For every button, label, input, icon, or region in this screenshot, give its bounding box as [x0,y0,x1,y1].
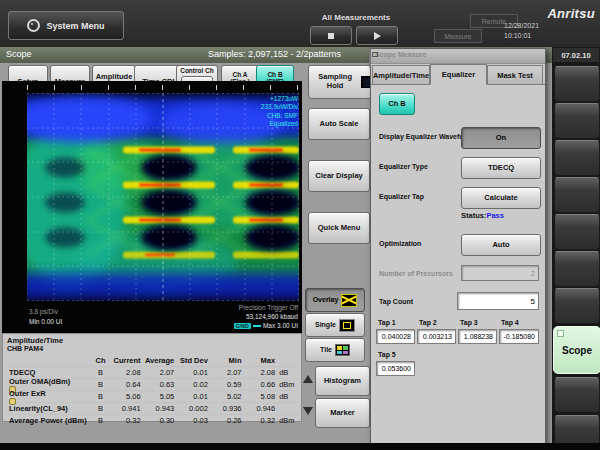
table-row-average-power: Average Power (dBm) B 0.32 0.30 0.03 0.2… [5,414,299,426]
eye-anno-scale: 233.9uW/Div [261,103,298,111]
table-subtitle: CHB PAM4 [7,345,43,352]
table-row-linearity: Linearity(CL_94) B 0.941 0.943 0.002 0.9… [5,402,299,414]
top-bar: System Menu All Measurements Measure Rem… [0,0,600,47]
equalizer-tap-label: Equalizer Tap [379,193,424,200]
status-pass-value: Pass [486,211,504,220]
bottom-bezel-strip [0,443,600,450]
quick-menu-button[interactable]: Quick Menu [308,212,370,244]
function-key-blank-2[interactable] [554,103,600,139]
sampling-hold-label: Sampling Hold [312,73,358,90]
timebase-ruler [27,85,299,90]
tap4-label: Tap 4 [501,319,519,326]
eye-anno-channel: CHB: SMF [261,112,298,120]
tab-mask-test[interactable]: Mask Test [487,65,543,84]
tap3-label: Tap 3 [460,319,478,326]
auto-scale-label: Auto Scale [320,120,359,129]
panel-channel-b-button[interactable]: Ch B [379,93,415,115]
tap2-field[interactable]: 0.003213 [417,329,456,344]
trigger-status-label: Precision Trigger Off [234,303,298,312]
table-title: Amplitude/Time [7,336,63,345]
tap-count-field[interactable]: 5 [457,292,539,310]
panel-channel-b-label: Ch B [388,100,406,109]
function-key-strip: 07.02.10 Scope [552,47,600,450]
tile-label: Tile [320,346,332,354]
stop-icon [328,33,334,39]
overlay-view-button[interactable]: Overlay [305,288,365,312]
tap-count-label: Tap Count [379,298,413,305]
function-key-blank-8[interactable] [554,377,600,413]
timebase-label: 3.8 ps/Div [29,307,62,317]
overlay-eye-icon [341,294,357,307]
firmware-version-label: 07.02.10 [553,48,599,62]
precursors-field: 2 [461,265,539,281]
function-key-scope[interactable]: Scope [553,326,600,374]
scroll-down-arrow-icon[interactable] [303,407,313,415]
function-key-blank-4[interactable] [554,177,600,213]
measure-status-badge: Measure [434,29,482,43]
tap5-field[interactable]: 0.053600 [376,361,415,376]
scope-measure-title: Scope Measure [375,51,426,58]
date-label: 12/28/2021 [504,21,550,31]
histogram-label: Histogram [324,377,361,386]
anritsu-logo: Anritsu [547,6,595,21]
tap3-field[interactable]: 1.088238 [458,329,497,344]
display-eq-waveform-label: Display Equalizer Waveform [379,133,473,140]
function-key-blank-6[interactable] [554,251,600,287]
equalizer-type-label: Equalizer Type [379,163,428,170]
tap2-label: Tap 2 [419,319,437,326]
single-view-button[interactable]: Single [305,313,365,337]
marker-label: Marker [330,409,355,418]
tap1-field[interactable]: 0.040028 [376,329,415,344]
eye-diagram-panel: +1273uW 233.9uW/Div CHB: SMF Equalized 3… [2,81,302,333]
control-ch-label: Control Ch [180,67,214,74]
eye-anno-offset: +1273uW [261,95,298,103]
tab-equalizer[interactable]: Equalizer [430,64,487,85]
function-key-blank-7[interactable] [554,288,600,324]
function-key-blank-5[interactable] [554,214,600,250]
display-eq-waveform-toggle[interactable]: On [461,127,541,149]
tap5-label: Tap 5 [378,351,396,358]
scroll-up-arrow-icon[interactable] [303,375,313,383]
table-header-row: Ch Current Average Std Dev Min Max [5,355,299,366]
function-key-blank-1[interactable] [554,66,600,102]
system-menu-button[interactable]: System Menu [8,11,124,40]
gnd-marker-badge: GND [234,323,251,329]
single-label: Single [315,321,336,329]
all-measurements-start-button[interactable] [356,26,398,45]
scope-key-label: Scope [562,345,592,356]
equalizer-type-button[interactable]: TDECQ [461,157,541,179]
function-key-blank-3[interactable] [554,140,600,176]
equalizer-tap-calculate-button[interactable]: Calculate [461,187,541,209]
single-view-icon [339,319,355,332]
scope-measure-titlebar[interactable]: Scope Measure [371,49,545,64]
table-row-outer-exr: Outer ExR B 5.06 5.05 0.01 5.02 5.08 dB [5,390,299,402]
tile-grid-icon [335,344,350,356]
clear-display-button[interactable]: Clear Display [308,160,370,192]
baud-rate-label: 53,124,960 kbaud [234,312,298,321]
scope-window-title: Scope [6,49,32,59]
all-measurements-stop-button[interactable] [310,26,352,45]
all-measurements-label: All Measurements [296,13,416,22]
eye-anno-equalized: Equalized [261,120,298,128]
tile-view-button[interactable]: Tile [305,338,365,362]
time-label: 10:10:01 [504,31,550,41]
system-menu-icon [27,19,40,32]
scope-measure-panel: Scope Measure Amplitude/Time Equalizer M… [370,48,546,448]
optimization-auto-button[interactable]: Auto [461,234,541,256]
samples-counter: Samples: 2,097,152 - 2/2patterns [208,49,341,59]
pam4-eye-diagram [27,93,299,301]
play-icon [374,32,381,40]
auto-scale-button[interactable]: Auto Scale [308,108,370,140]
tab-amplitude-time[interactable]: Amplitude/Time [372,65,430,84]
tap4-field[interactable]: -0.185080 [499,329,539,344]
histogram-button[interactable]: Histogram [315,366,370,396]
status-label: Status: [461,211,486,220]
measurement-table-panel: Amplitude/Time CHB PAM4 Ch Current Avera… [2,333,302,422]
max-ui-label: Max 3.00 UI [263,322,298,329]
sampling-hold-button[interactable]: Sampling Hold [308,65,376,99]
scope-key-fold-icon [557,330,564,337]
marker-button[interactable]: Marker [315,398,370,428]
min-ui-label: Min 0.00 UI [29,317,62,327]
system-menu-label: System Menu [46,21,104,31]
tap1-label: Tap 1 [378,319,396,326]
